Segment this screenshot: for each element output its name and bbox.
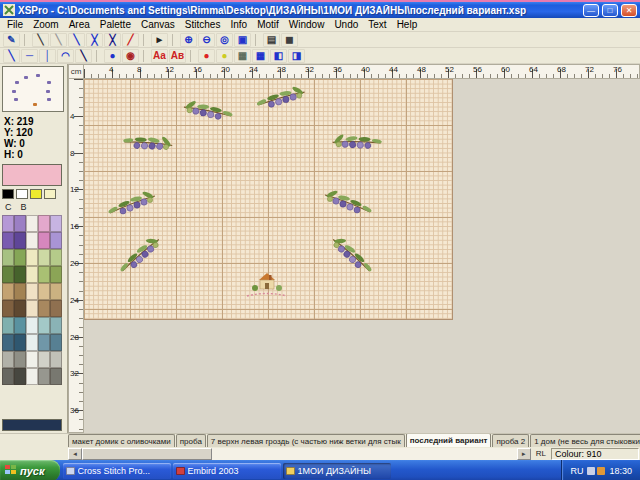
start-button[interactable]: пуск <box>0 460 60 480</box>
scrollbar-thumb[interactable] <box>82 448 212 460</box>
palette-swatch[interactable] <box>14 334 26 351</box>
mini-swatch[interactable] <box>30 189 42 199</box>
palette-swatch[interactable] <box>26 215 38 232</box>
palette-swatch[interactable] <box>14 351 26 368</box>
zoom-100-tool-icon[interactable]: ◎ <box>216 33 233 47</box>
taskbar-button[interactable]: 1МОИ ДИЗАЙНЫ <box>283 463 391 479</box>
design-tab-0[interactable]: макет домик с оливочками <box>68 434 175 447</box>
menu-canvas[interactable]: Canvas <box>136 19 180 30</box>
text-tool-alt-icon[interactable]: Aв <box>169 49 186 63</box>
palette-swatch[interactable] <box>14 266 26 283</box>
minimize-button[interactable]: — <box>583 4 599 17</box>
mini-swatch[interactable] <box>16 189 28 199</box>
palette-swatch[interactable] <box>14 215 26 232</box>
backstitch-horizontal-tool-icon[interactable]: ─ <box>21 49 38 63</box>
palette-swatch[interactable] <box>38 249 50 266</box>
canvas-viewport[interactable] <box>84 79 640 433</box>
palette-swatch[interactable] <box>14 232 26 249</box>
palette-swatch[interactable] <box>38 334 50 351</box>
menu-palette[interactable]: Palette <box>95 19 136 30</box>
scroll-right-button[interactable]: ► <box>517 448 531 460</box>
cross-stitch-tool-icon[interactable]: ╳ <box>104 33 121 47</box>
mini-swatch[interactable] <box>2 189 14 199</box>
design-tab-2[interactable]: 7 верхн левая гроздь (с частью ниж ветки… <box>207 434 405 447</box>
motif-library-button-icon[interactable]: ▦ <box>234 49 251 63</box>
palette-swatch[interactable] <box>50 249 62 266</box>
palette-swatch[interactable] <box>38 368 50 385</box>
design-tab-5[interactable]: 1 дом (не весь для стыковки) <box>530 434 640 447</box>
menu-text[interactable]: Text <box>363 19 391 30</box>
palette-swatch[interactable] <box>2 300 14 317</box>
palette-swatch[interactable] <box>38 266 50 283</box>
zoom-out-tool-icon[interactable]: ⊖ <box>198 33 215 47</box>
menu-motif[interactable]: Motif <box>252 19 284 30</box>
palette-swatch[interactable] <box>50 215 62 232</box>
palette-swatch[interactable] <box>38 317 50 334</box>
zoom-fit-tool-icon[interactable]: ▣ <box>234 33 251 47</box>
menu-info[interactable]: Info <box>225 19 252 30</box>
menu-area[interactable]: Area <box>64 19 95 30</box>
language-indicator[interactable]: RU <box>570 466 583 476</box>
palette-swatch[interactable] <box>50 266 62 283</box>
palette-swatch[interactable] <box>26 334 38 351</box>
palette-swatch[interactable] <box>26 351 38 368</box>
half-stitch-tool-icon[interactable]: ╲ <box>50 33 67 47</box>
backstitch-tool-icon[interactable]: ╱ <box>122 33 139 47</box>
curve-stitch-tool-icon[interactable]: ◠ <box>57 49 74 63</box>
maximize-button[interactable]: □ <box>602 4 618 17</box>
selected-color-swatch[interactable] <box>2 164 62 186</box>
palette-swatch[interactable] <box>2 368 14 385</box>
three-quarter-stitch-tool-icon[interactable]: ╳ <box>86 33 103 47</box>
close-button[interactable]: ✕ <box>621 4 637 17</box>
menu-stitches[interactable]: Stitches <box>180 19 226 30</box>
palette-swatch[interactable] <box>38 283 50 300</box>
bead-tool-icon[interactable]: ◉ <box>122 49 139 63</box>
palette-swatch[interactable] <box>14 300 26 317</box>
palette-swatch[interactable] <box>2 334 14 351</box>
color-picker-yellow-icon[interactable]: ● <box>216 49 233 63</box>
mirror-vertical-button-icon[interactable]: ◨ <box>288 49 305 63</box>
design-tab-4[interactable]: проба 2 <box>492 434 529 447</box>
color-picker-red-icon[interactable]: ● <box>198 49 215 63</box>
palette-swatch[interactable] <box>2 351 14 368</box>
palette-swatch[interactable] <box>2 232 14 249</box>
palette-swatch[interactable] <box>38 232 50 249</box>
palette-swatch[interactable] <box>50 351 62 368</box>
palette-swatch[interactable] <box>50 368 62 385</box>
palette-swatch[interactable] <box>2 249 14 266</box>
palette-swatch[interactable] <box>2 283 14 300</box>
palette-swatch[interactable] <box>38 351 50 368</box>
scrollbar-track[interactable] <box>82 448 517 460</box>
menu-zoom[interactable]: Zoom <box>28 19 64 30</box>
palette-swatch[interactable] <box>14 249 26 266</box>
backstitch-vertical-tool-icon[interactable]: │ <box>39 49 56 63</box>
palette-swatch[interactable] <box>26 283 38 300</box>
palette-swatch[interactable] <box>2 266 14 283</box>
tray-icon[interactable] <box>587 467 595 475</box>
menu-help[interactable]: Help <box>392 19 423 30</box>
french-knot-tool-icon[interactable]: ● <box>104 49 121 63</box>
palette-swatch[interactable] <box>38 215 50 232</box>
taskbar-button[interactable]: Cross Stitch Pro... <box>63 463 171 479</box>
palette-swatch[interactable] <box>50 283 62 300</box>
palette-swatch[interactable] <box>50 300 62 317</box>
zoom-in-tool-icon[interactable]: ⊕ <box>180 33 197 47</box>
menu-file[interactable]: File <box>2 19 28 30</box>
full-stitch-tool-icon[interactable]: ╲ <box>32 33 49 47</box>
design-tab-1[interactable]: проба <box>176 434 206 447</box>
scroll-left-button[interactable]: ◄ <box>68 448 82 460</box>
palette-swatch[interactable] <box>14 317 26 334</box>
print-button-icon[interactable]: ▤ <box>263 33 280 47</box>
select-arrow-tool-icon[interactable]: ► <box>151 33 168 47</box>
palette-swatch[interactable] <box>26 368 38 385</box>
center-view-button-icon[interactable]: ◼ <box>281 33 298 47</box>
palette-swatch[interactable] <box>2 215 14 232</box>
h-scrollbar[interactable]: ◄ ► <box>68 448 531 460</box>
palette-swatch[interactable] <box>14 283 26 300</box>
design-tab-3[interactable]: последний вариант <box>406 433 492 447</box>
grid-toggle-button-icon[interactable]: ▦ <box>252 49 269 63</box>
palette-swatch[interactable] <box>50 334 62 351</box>
mirror-horizontal-button-icon[interactable]: ◧ <box>270 49 287 63</box>
palette-swatch[interactable] <box>26 266 38 283</box>
palette-swatch[interactable] <box>26 300 38 317</box>
